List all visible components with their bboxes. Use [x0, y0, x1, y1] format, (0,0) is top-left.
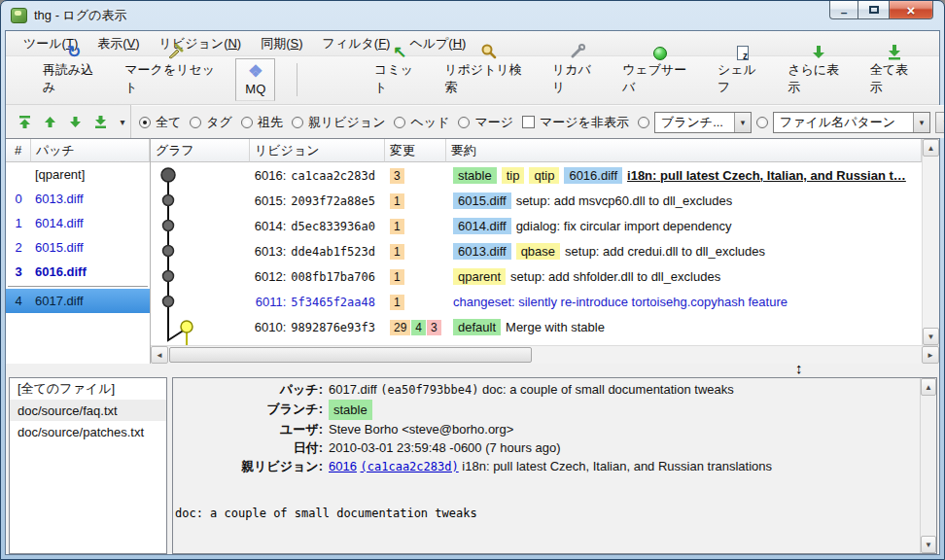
qgoto-top-button[interactable] — [14, 111, 35, 132]
web-server-button[interactable]: ウェブサーバ — [612, 58, 708, 101]
patch-row[interactable]: [qparent] — [6, 162, 150, 187]
repo-search-button[interactable]: リポジトリ検索 — [435, 58, 542, 101]
reload-button[interactable]: ↻ 再読み込み — [33, 58, 115, 101]
patch-row[interactable]: 0 6013.diff — [6, 187, 150, 211]
minimize-button[interactable]: – — [829, 1, 858, 19]
patch-panel-header: # パッチ — [6, 139, 150, 162]
recovery-button[interactable]: リカバリ — [542, 58, 612, 101]
radio-filename[interactable] — [756, 117, 768, 128]
qpush-button[interactable] — [39, 111, 60, 132]
date-field-label: 日付: — [175, 438, 329, 457]
log-table-header: グラフ リビジョン 変更 要約 — [151, 139, 922, 162]
commit-label: コミット — [374, 61, 425, 96]
user-field-label: ユーザ: — [175, 420, 329, 438]
log-vertical-scrollbar[interactable]: ▲ ▼ — [922, 139, 939, 345]
reset-marks-button[interactable]: マークをリセット — [115, 58, 235, 101]
parent-hash-link[interactable]: (ca1caa2c283d) — [361, 460, 459, 473]
summary-cell: defaultMerge with stable — [446, 319, 922, 335]
log-row[interactable]: 6016:ca1caa2c283d 3 stabletipqtip6016.di… — [151, 162, 922, 188]
patch-field-value: 6017.diff (ea50f793bbe4) doc: a couple o… — [329, 380, 734, 400]
log-row[interactable]: 6012:008fb17ba706 1 qparentsetup: add sh… — [151, 263, 922, 289]
tag-badge: qparent — [453, 268, 506, 285]
menu-filter[interactable]: フィルタ(F) — [313, 31, 401, 56]
commit-message: doc: a couple of small documentation twe… — [175, 508, 917, 521]
scroll-left-button[interactable]: ◄ — [151, 346, 168, 364]
shelf-letter: z — [743, 51, 748, 61]
scroll-down-icon: ▼ — [925, 541, 932, 549]
log-row[interactable]: 6015:2093f72a88e5 1 6015.diffsetup: add … — [151, 188, 922, 213]
mq-button[interactable]: ❖ MQ — [235, 58, 275, 101]
radio-branch[interactable] — [638, 117, 649, 128]
scroll-down-button[interactable]: ▼ — [923, 328, 939, 345]
commit-button[interactable]: ↖ コミット — [365, 58, 435, 101]
radio-all[interactable] — [139, 117, 151, 128]
radio-ancestor[interactable] — [241, 117, 253, 128]
parent-revision-link[interactable]: 6016 — [329, 459, 357, 473]
added-count: 4 — [411, 320, 426, 335]
log-row[interactable]: 6011:5f3465f2aa48 1 changeset: silently … — [151, 289, 922, 314]
shelf-button[interactable]: z シェルフ — [708, 58, 778, 101]
reload-icon: ↻ — [67, 44, 81, 60]
menu-label: ) — [298, 36, 302, 51]
menu-revision[interactable]: リビジョン(N) — [150, 31, 252, 56]
branch-combo-value: ブランチ... — [655, 114, 734, 131]
titlebar[interactable]: thg - ログの表示 – × — [1, 1, 944, 30]
log-row[interactable]: 6014:d5ec833936a0 1 6014.diffgdialog: fi… — [151, 213, 922, 238]
log-horizontal-scrollbar[interactable]: ◄ ► — [151, 345, 939, 364]
patch-row[interactable]: 1 6014.diff — [6, 211, 150, 235]
column-header-revision[interactable]: リビジョン — [250, 139, 385, 162]
file-list-panel: [全てのファイル] doc/source/faq.txt doc/source/… — [9, 377, 167, 554]
load-all-button[interactable]: 全て表示 — [860, 58, 929, 101]
patch-name: 6016.diff — [31, 264, 87, 279]
menu-sync[interactable]: 同期(S) — [251, 31, 312, 56]
radio-merge-label: マージ — [474, 114, 513, 131]
menu-help[interactable]: ヘルプ(H) — [400, 31, 475, 56]
log-row[interactable]: 6010:9892876e93f3 2943 defaultMerge with… — [151, 314, 922, 339]
chevron-down-icon[interactable]: ▾ — [913, 113, 929, 132]
close-icon: × — [907, 3, 916, 18]
patch-row-selected[interactable]: 4 6017.diff — [6, 289, 150, 313]
file-list-item[interactable]: doc/source/patches.txt — [10, 421, 166, 442]
patch-menu-dropdown[interactable]: ▾ — [115, 111, 130, 132]
column-header-patch[interactable]: パッチ — [31, 139, 150, 162]
scroll-down-button[interactable]: ▼ — [921, 536, 936, 553]
close-button[interactable]: × — [889, 1, 933, 19]
scroll-right-button[interactable]: ► — [922, 346, 939, 364]
menu-view[interactable]: 表示(V) — [88, 31, 149, 56]
filename-pattern-combo[interactable]: ファイル名パターン ▾ — [773, 112, 930, 133]
diff-view: doc: a couple of small documentation twe… — [175, 481, 917, 554]
load-more-button[interactable]: さらに表示 — [778, 58, 860, 101]
qimport-button[interactable] — [89, 111, 111, 132]
revision-cell: 6010:9892876e93f3 — [250, 320, 385, 334]
column-header-summary[interactable]: 要約 — [446, 139, 922, 162]
hide-merges-checkbox[interactable] — [522, 116, 535, 128]
file-list-item-selected[interactable]: doc/source/faq.txt — [10, 400, 166, 421]
column-header-changes[interactable]: 変更 — [385, 139, 446, 162]
app-icon — [11, 8, 27, 23]
scrollbar-thumb[interactable] — [169, 347, 532, 363]
patch-row[interactable]: 2 6015.diff — [6, 235, 150, 260]
column-header-graph[interactable]: グラフ — [151, 139, 250, 162]
maximize-button[interactable] — [858, 1, 889, 19]
scroll-up-button[interactable]: ▲ — [923, 139, 939, 157]
load-more-label: さらに表示 — [788, 61, 851, 96]
radio-parent[interactable] — [292, 117, 303, 128]
details-vertical-scrollbar[interactable]: ▲ ▼ — [920, 378, 936, 553]
branch-combo[interactable]: ブランチ... ▾ — [654, 112, 752, 133]
modified-count: 1 — [390, 219, 404, 234]
patch-row[interactable]: 3 6016.diff — [6, 260, 150, 284]
column-header-index[interactable]: # — [6, 139, 31, 162]
chevron-down-icon[interactable]: ▾ — [734, 113, 751, 132]
filter-extra-dropdown[interactable]: ▾ — [935, 112, 945, 133]
revision-hash: 008fb17ba706 — [291, 270, 375, 284]
qpop-button[interactable] — [64, 111, 86, 132]
menu-label: フィルタ( — [323, 36, 379, 51]
scroll-up-button[interactable]: ▲ — [921, 378, 936, 396]
radio-tag[interactable] — [190, 117, 201, 128]
horizontal-splitter[interactable]: ↕ — [6, 364, 939, 375]
file-list-item[interactable]: [全てのファイル] — [10, 378, 166, 400]
radio-head[interactable] — [394, 117, 405, 128]
radio-merge[interactable] — [458, 117, 470, 128]
log-row[interactable]: 6013:dde4ab1f523d 1 6013.diffqbasesetup:… — [151, 238, 922, 263]
patch-queue-panel: # パッチ [qparent] 0 6013.diff 1 6014.diff … — [6, 138, 151, 364]
